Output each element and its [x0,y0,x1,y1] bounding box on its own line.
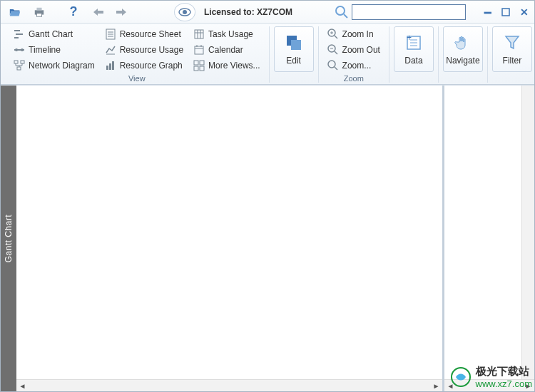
svg-rect-15 [21,61,24,63]
side-tab-gantt[interactable]: Gantt Chart [1,86,16,391]
ribbon-group-data: + Data [389,26,439,83]
svg-rect-36 [200,66,204,71]
license-label: Licensed to: XZ7COM [204,7,292,17]
scroll-right-icon[interactable]: ► [430,380,442,392]
zoom-out-button[interactable]: Zoom Out [323,42,384,57]
group-label: View [128,73,146,83]
zoom-icon [327,60,339,71]
open-file-button[interactable] [5,4,25,21]
view-resource-sheet-button[interactable]: Resource Sheet [101,26,188,41]
svg-rect-29 [195,46,203,54]
svg-rect-34 [200,61,204,65]
svg-rect-33 [194,61,198,65]
watermark-url: www.xz7.com [476,378,532,389]
timeline-icon [14,44,25,56]
svg-rect-38 [291,40,301,50]
search-icon[interactable] [335,5,349,19]
watermark-text: 极光下载站 www.xz7.com [476,365,532,389]
back-button[interactable] [88,4,108,21]
svg-point-5 [336,6,345,15]
view-resource-usage-button[interactable]: Resource Usage [101,42,188,57]
zoom-in-button[interactable]: Zoom In [323,26,384,41]
label: Resource Sheet [120,29,181,39]
label: More Views... [208,61,260,71]
svg-line-44 [335,51,337,54]
printer-icon [34,6,45,18]
label: Zoom Out [342,45,380,55]
view-task-usage-button[interactable]: Task Usage [189,26,264,41]
svg-text:+: + [407,33,412,43]
label: Filter [503,56,522,66]
filter-button[interactable]: Filter [492,26,532,72]
svg-rect-10 [14,37,19,38]
label: Resource Usage [120,45,183,55]
view-resource-graph-button[interactable]: Resource Graph [101,58,188,73]
group-label [511,72,513,82]
maximize-button[interactable] [500,6,511,18]
label: Edit [286,56,301,66]
ribbon-group-filter: Filter [488,26,535,83]
label: Calendar [208,45,243,55]
scroll-left-icon[interactable]: ◄ [16,380,29,392]
close-button[interactable]: ✕ [519,6,530,18]
help-button[interactable]: ? [63,4,83,21]
view-more-views-button[interactable]: More Views... [189,58,264,73]
zoom-button[interactable]: Zoom... [323,58,384,73]
view-gantt-button[interactable]: Gantt Chart [9,26,99,41]
svg-rect-8 [14,30,20,31]
forward-button[interactable] [112,4,132,21]
folder-open-icon [9,6,21,18]
svg-rect-14 [14,61,18,63]
content-area: Gantt Chart ◄ ► ◄ ► [1,85,534,391]
search-input[interactable] [352,4,466,20]
ribbon-group-navigate: Navigate [439,26,488,83]
group-label [292,72,295,82]
svg-point-13 [21,48,24,51]
watermark-title: 极光下载站 [476,365,532,378]
label: Zoom... [342,61,372,71]
svg-rect-1 [36,7,41,10]
task-usage-icon [193,29,205,40]
data-button[interactable]: + Data [394,26,434,72]
svg-rect-16 [17,67,21,70]
label: Task Usage [208,29,253,39]
watermark: 极光下载站 www.xz7.com [450,365,532,389]
svg-point-12 [15,48,18,51]
print-button[interactable] [29,4,49,21]
gantt-canvas[interactable] [16,86,442,379]
svg-rect-22 [106,66,108,70]
arrow-right-icon [116,7,128,17]
edit-button[interactable]: Edit [274,26,314,72]
canvas-h-scrollbar[interactable]: ◄ ► [16,379,442,391]
more-views-icon [193,60,205,71]
graph-icon [105,60,116,71]
navigate-button[interactable]: Navigate [443,26,483,72]
view-timeline-button[interactable]: Timeline [9,42,99,57]
view-network-button[interactable]: Network Diagram [9,58,99,73]
label: Resource Graph [120,61,183,71]
watermark-logo-icon [450,366,472,388]
eye-button[interactable] [174,3,195,21]
label: Navigate [446,56,479,66]
side-tab-label: Gantt Chart [4,215,14,263]
svg-rect-24 [112,61,114,70]
ribbon: Gantt Chart Timeline Network Diagram Res… [1,24,534,85]
svg-line-40 [335,36,337,38]
zoom-in-icon [327,29,339,40]
label: Zoom In [342,29,374,39]
ribbon-group-view: Gantt Chart Timeline Network Diagram Res… [5,26,270,83]
app-window: ? Licensed to: XZ7COM ‒ [0,0,535,392]
svg-line-47 [335,67,337,70]
view-calendar-button[interactable]: Calendar [189,42,264,57]
gantt-icon [14,29,25,40]
funnel-icon [502,33,522,53]
svg-rect-23 [109,63,111,70]
svg-line-6 [344,14,347,18]
edit-icon [284,33,304,53]
data-icon: + [404,33,424,53]
minimize-button[interactable]: ‒ [482,6,493,18]
usage-icon [105,44,116,56]
svg-rect-25 [195,30,203,38]
canvas-wrap: ◄ ► [16,86,443,391]
question-icon: ? [70,4,78,19]
